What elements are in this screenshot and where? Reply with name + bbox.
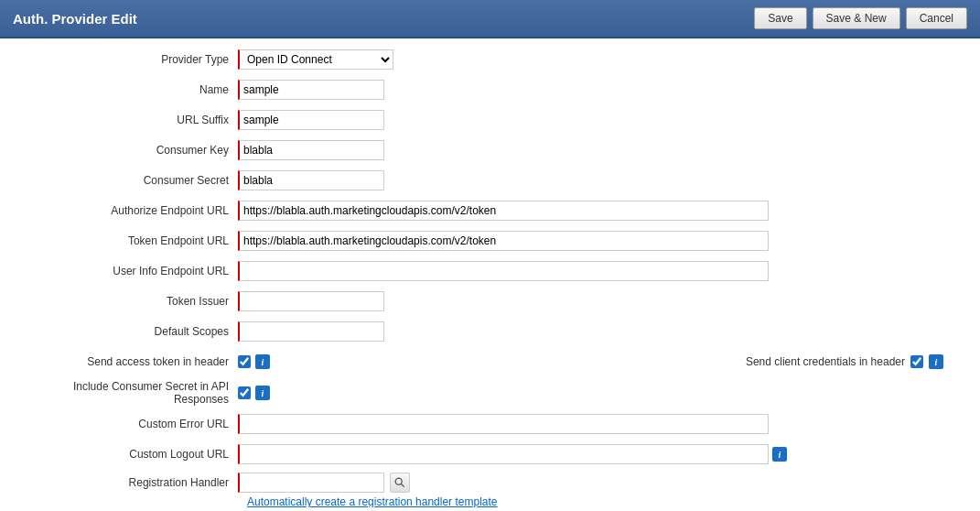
consumer-secret-input[interactable]: [238, 170, 384, 190]
custom-logout-url-info-icon[interactable]: i: [772, 447, 787, 462]
authorize-endpoint-label: Authorize Endpoint URL: [18, 204, 238, 217]
include-consumer-secret-checkbox[interactable]: [238, 386, 251, 399]
custom-logout-url-row: Custom Logout URL i: [18, 442, 962, 466]
include-consumer-secret-row: Include Consumer Secret in API Responses…: [18, 380, 962, 406]
provider-type-field: Open ID Connect Facebook Google LinkedIn…: [238, 49, 962, 70]
send-client-credentials-checkbox[interactable]: [910, 355, 923, 368]
registration-handler-link[interactable]: Automatically create a registration hand…: [247, 495, 497, 507]
custom-error-url-field: [238, 414, 962, 434]
name-label: Name: [18, 83, 238, 96]
send-access-token-row: Send access token in header i Send clien…: [18, 350, 962, 374]
form-container: Provider Type Open ID Connect Facebook G…: [0, 38, 980, 507]
default-scopes-row: Default Scopes: [18, 320, 962, 343]
name-input[interactable]: [238, 80, 384, 100]
consumer-key-field: [238, 140, 962, 160]
url-suffix-input[interactable]: [238, 110, 384, 130]
header-actions: Save Save & New Cancel: [754, 7, 967, 29]
send-access-token-left: Send access token in header i: [18, 354, 467, 369]
url-suffix-label: URL Suffix: [18, 114, 238, 126]
send-access-token-info-icon[interactable]: i: [255, 354, 270, 369]
cancel-button[interactable]: Cancel: [906, 7, 967, 29]
token-issuer-label: Token Issuer: [18, 295, 238, 308]
user-info-endpoint-input[interactable]: [238, 261, 769, 281]
token-endpoint-input[interactable]: [238, 231, 769, 251]
consumer-secret-row: Consumer Secret: [18, 169, 962, 192]
send-client-credentials-info-icon[interactable]: i: [929, 354, 943, 369]
include-consumer-secret-label: Include Consumer Secret in API Responses: [18, 380, 238, 406]
custom-error-url-row: Custom Error URL: [18, 412, 962, 436]
include-consumer-secret-info-icon[interactable]: i: [255, 386, 270, 400]
url-suffix-row: URL Suffix: [18, 108, 962, 132]
authorize-endpoint-field: [238, 201, 962, 221]
registration-handler-row-inner: Registration Handler: [18, 473, 962, 493]
registration-handler-label: Registration Handler: [18, 476, 238, 489]
custom-logout-url-field: i: [238, 444, 962, 464]
send-access-token-label: Send access token in header: [18, 355, 238, 368]
url-suffix-field: [238, 110, 962, 130]
custom-error-url-input[interactable]: [238, 414, 769, 434]
provider-type-label: Provider Type: [18, 53, 238, 66]
page-header: Auth. Provider Edit Save Save & New Canc…: [0, 0, 980, 38]
token-issuer-field: [238, 291, 962, 311]
consumer-key-row: Consumer Key: [18, 138, 962, 162]
token-endpoint-row: Token Endpoint URL: [18, 229, 962, 253]
page-title: Auth. Provider Edit: [13, 11, 137, 27]
registration-handler-search-button[interactable]: [390, 473, 410, 493]
user-info-endpoint-label: User Info Endpoint URL: [18, 265, 238, 277]
name-field: [238, 80, 962, 100]
consumer-secret-label: Consumer Secret: [18, 174, 238, 187]
send-access-token-field: i: [238, 354, 467, 369]
user-info-endpoint-row: User Info Endpoint URL: [18, 259, 962, 283]
svg-line-1: [402, 484, 404, 487]
token-endpoint-label: Token Endpoint URL: [18, 234, 238, 247]
default-scopes-field: [238, 321, 962, 342]
authorize-endpoint-row: Authorize Endpoint URL: [18, 199, 962, 223]
consumer-key-input[interactable]: [238, 140, 384, 160]
send-access-token-checkbox[interactable]: [238, 355, 251, 368]
registration-handler-row: Registration Handler Automatically creat…: [18, 473, 962, 507]
send-client-credentials-label: Send client credentials in header: [746, 355, 905, 368]
token-issuer-input[interactable]: [238, 291, 384, 311]
name-row: Name: [18, 78, 962, 102]
user-info-endpoint-field: [238, 261, 962, 281]
registration-handler-link-wrap: Automatically create a registration hand…: [247, 495, 497, 507]
default-scopes-label: Default Scopes: [18, 325, 238, 338]
provider-type-select[interactable]: Open ID Connect Facebook Google LinkedIn…: [238, 49, 393, 70]
registration-handler-input[interactable]: [238, 473, 384, 493]
provider-type-row: Provider Type Open ID Connect Facebook G…: [18, 48, 962, 71]
custom-logout-url-input[interactable]: [238, 444, 769, 464]
token-issuer-row: Token Issuer: [18, 289, 962, 313]
token-endpoint-field: [238, 231, 962, 251]
default-scopes-input[interactable]: [238, 321, 384, 342]
custom-logout-url-label: Custom Logout URL: [18, 448, 238, 461]
send-client-credentials-group: Send client credentials in header i: [746, 354, 962, 369]
save-new-button[interactable]: Save & New: [813, 7, 900, 29]
custom-error-url-label: Custom Error URL: [18, 418, 238, 430]
save-button[interactable]: Save: [754, 7, 806, 29]
registration-handler-field: [238, 473, 962, 493]
consumer-key-label: Consumer Key: [18, 144, 238, 157]
include-consumer-secret-field: i: [238, 386, 962, 400]
authorize-endpoint-input[interactable]: [238, 201, 769, 221]
consumer-secret-field: [238, 170, 962, 190]
